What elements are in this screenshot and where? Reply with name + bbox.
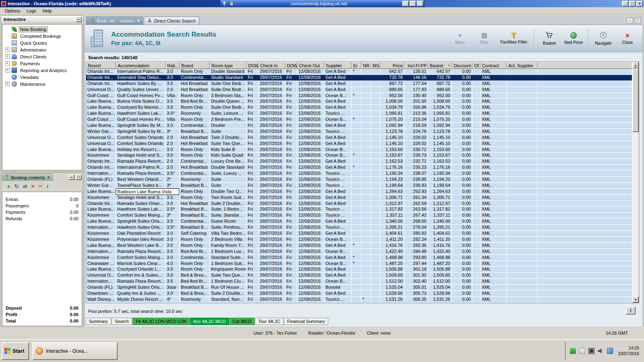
start-button[interactable]: Start	[2, 342, 29, 360]
result-row[interactable]: Downtown ...Quality Inn & Suites ...3.0B…	[86, 291, 632, 297]
sidebar-item-new-booking[interactable]: New Booking	[2, 26, 82, 33]
expand-icon[interactable]: +	[5, 82, 10, 86]
vertical-scrollbar[interactable]: ▲ ▼	[632, 62, 639, 303]
info-icon[interactable]: i	[47, 184, 48, 189]
result-row[interactable]: Gulf Coast ...Gulf Coast Homes Po...Vill…	[86, 93, 632, 99]
tab-car[interactable]: Car MCO	[230, 318, 255, 325]
navigate-button[interactable]: Navigate	[592, 27, 615, 50]
result-row[interactable]: Universal O...Comfort Inn & Suites...3.0…	[86, 273, 632, 279]
result-row[interactable]: KissimmeeComfort Suites Maing...3.0Conti…	[86, 255, 632, 261]
column-header[interactable]: DOW	[246, 62, 259, 69]
tab-flight[interactable]: Flt 4A,1C LON MCO LON	[133, 318, 190, 325]
result-row[interactable]: Universal O...Comfort Suites Orlando2.0H…	[86, 141, 632, 147]
result-row[interactable]: Lake Buena...Holiday Inn Resort L...3.0R…	[86, 147, 632, 153]
result-row[interactable]: Lake Buena...Best Western Lake B...3.0Ro…	[86, 243, 632, 249]
facilities-filter-button[interactable]: Facilities Filter	[497, 27, 531, 50]
app-maximize-button[interactable]: □	[629, 1, 636, 6]
result-row[interactable]: Orlando Int...Hawthorn Suites By ...3.0H…	[86, 81, 632, 87]
booking-contents-tab[interactable]: Booking contents ×	[2, 174, 53, 181]
result-row[interactable]: KissimmeeSeralago Hotel and S...3.0Room …	[86, 195, 632, 201]
app-close-button[interactable]: ×	[636, 1, 643, 6]
column-header[interactable]: Act. Supplier	[507, 62, 538, 69]
tab-tour[interactable]: Tour 4A,1C	[255, 318, 284, 325]
column-header[interactable]: DOW	[285, 62, 297, 69]
rdp-restore-button[interactable]: □	[410, 1, 416, 6]
pin-icon[interactable]	[221, 1, 228, 6]
scroll-up-button[interactable]: ▲	[632, 62, 639, 68]
column-header[interactable]: NR	[361, 62, 371, 69]
result-row[interactable]: Orlando (FL)Best Western Orland...2*Room…	[86, 177, 632, 183]
booking-maximize-button[interactable]: □	[75, 174, 82, 180]
more-button[interactable]: ▼ More	[449, 27, 471, 50]
sidebar-item-quick-quotes[interactable]: Quick Quotes	[2, 39, 82, 46]
result-row[interactable]: Lake Buena...Courtyard Orlando L...3.0Ro…	[86, 267, 632, 273]
close-booking-contents-icon[interactable]: ×	[46, 175, 50, 180]
app-minimize-button[interactable]: _	[622, 1, 628, 6]
result-row[interactable]: Orlando Int...Ramada Plaza Resort...2.0C…	[86, 159, 632, 165]
result-row[interactable]: Walt Disney...Mystic Dunes Resort ...4*R…	[86, 297, 632, 303]
result-row[interactable]: Lake Buena...SpringHill Suites Orla...3.…	[86, 219, 632, 225]
sidebar-item-completed-bookings[interactable]: Completed Bookings	[2, 33, 82, 39]
refresh-icon[interactable]: ↻	[14, 184, 19, 189]
result-row[interactable]: Winter Gar...TownePlace Suites b...3*Bre…	[86, 183, 632, 189]
result-row[interactable]: Lake Buena...Courtyard By Marriot...3.0R…	[86, 105, 632, 111]
result-row[interactable]: Lake Buena...Radisson Lake Buena VistaRo…	[86, 189, 632, 195]
result-row[interactable]: KissimmeeSeralago Hotel and S...3.0Room …	[86, 153, 632, 159]
result-row[interactable]: KissimmeeComfort Suites Maing...3*Breakf…	[86, 213, 632, 219]
basket-button[interactable]: Basket	[538, 27, 561, 50]
tab-search[interactable]: Search	[112, 318, 132, 325]
result-row[interactable]: Orlando Int...Ramada Suites Orlan...3.0H…	[86, 201, 632, 207]
inline-edit-box[interactable]: Radisson Lake Buena Vista	[116, 188, 179, 195]
sidebar-item-maintenance[interactable]: + Maintenance	[2, 81, 82, 87]
column-header[interactable]: Incl.Fl.PP	[404, 62, 428, 69]
transfer-icon[interactable]: ⇄	[23, 184, 27, 189]
result-row[interactable]: Internation...Ramada Plaza Resort...3.5*…	[86, 171, 632, 177]
tab-accommodation[interactable]: Acc 4A,1C MCO	[190, 318, 229, 325]
menu-logs[interactable]: Logs	[23, 8, 39, 14]
column-header[interactable]: Resort	[86, 62, 116, 69]
column-header[interactable]: Room type	[210, 62, 246, 69]
sidebar-item-reporting-analytics[interactable]: + Reporting and Analytics	[2, 67, 82, 74]
result-row[interactable]: Internation...Hawthorn Suites Orla...3.5…	[86, 225, 632, 231]
panel-minimize-button[interactable]: –	[627, 18, 633, 23]
result-row[interactable]: Internation...Ramada Plaza Resort...3.5B…	[86, 249, 632, 255]
column-header[interactable]: Contract	[480, 62, 507, 69]
menu-help[interactable]: Help	[39, 8, 55, 14]
list-item[interactable]: Refunds 0.00	[2, 215, 82, 222]
column-header[interactable]: Check Out	[297, 62, 324, 69]
tab-summary[interactable]: Summary	[86, 318, 111, 325]
column-header[interactable]: Supplier	[324, 62, 352, 69]
scrollbar-thumb[interactable]	[632, 68, 639, 132]
expand-icon[interactable]: +	[5, 48, 10, 52]
tab-direct-clients-search[interactable]: Direct Clients Search	[144, 17, 199, 25]
stop-button[interactable]: Stop	[473, 27, 495, 50]
result-row[interactable]: Universal O...Comfort Suites Orlando2.0H…	[86, 135, 632, 141]
result-row[interactable]: Clearwater ...Marriott Suites Clear...4.…	[86, 261, 632, 267]
column-header[interactable]: MS	[371, 62, 381, 69]
network-tray-icon[interactable]	[607, 348, 613, 354]
result-row[interactable]: Lake Buena...Buena Vista Suites O...3.5B…	[86, 99, 632, 105]
column-header[interactable]: Price	[381, 62, 404, 69]
result-row[interactable]: KissimmeePolynesian Isles Resort3.0Room …	[86, 237, 632, 243]
column-header[interactable]: Board	[180, 62, 210, 69]
menu-options[interactable]: Options	[2, 8, 23, 14]
taskbar-app-button[interactable]: Interactive - Ocea...	[32, 342, 118, 360]
display-tray-icon[interactable]	[588, 348, 594, 354]
info-button[interactable]: i	[626, 306, 636, 314]
sidebar-item-payments[interactable]: + Payments	[2, 60, 82, 67]
expand-icon[interactable]: +	[5, 54, 10, 59]
column-header[interactable]: Er	[352, 62, 361, 69]
column-header[interactable]: Accommodation	[116, 62, 166, 69]
close-results-button[interactable]: × Close	[616, 27, 639, 50]
close-tab-icon[interactable]: ×	[137, 19, 140, 23]
column-header[interactable]: Discount	[452, 62, 472, 69]
sidebar-item-direct-clients[interactable]: + Direct Clients	[2, 53, 82, 60]
result-row[interactable]: Internation...Ramada Plaza Resort...3.5B…	[86, 279, 632, 285]
expand-icon[interactable]: +	[5, 68, 10, 72]
result-row[interactable]: Orlando Int...International Palms R...3.…	[86, 69, 632, 75]
updates-tray-icon[interactable]	[570, 348, 576, 354]
expand-icon[interactable]: +	[5, 61, 10, 66]
rdp-close-button[interactable]: ×	[417, 1, 423, 6]
collapse-panel-button[interactable]: –	[75, 17, 82, 22]
result-row[interactable]: Lake Buena...Springhill Suites By M...3.…	[86, 123, 632, 129]
